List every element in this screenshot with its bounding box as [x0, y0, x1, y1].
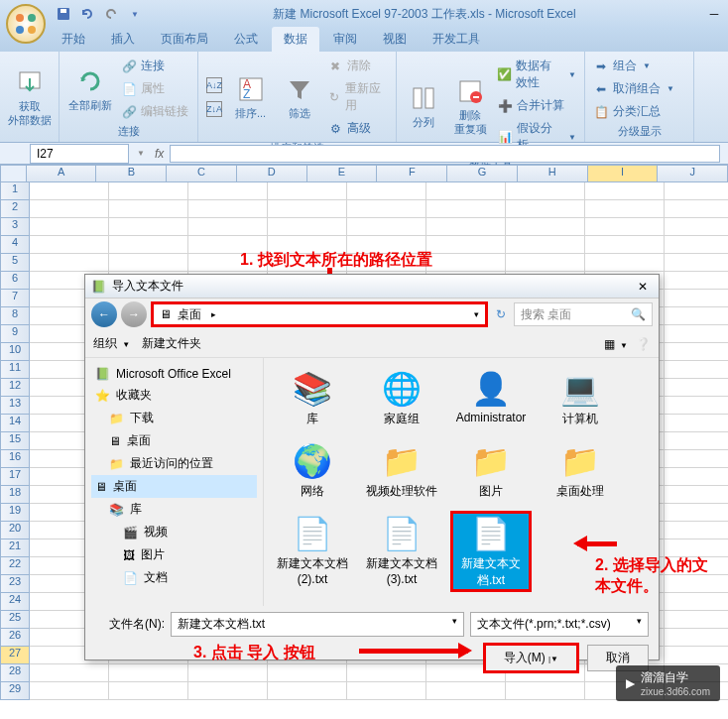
row-header-3[interactable]: 3: [0, 218, 30, 236]
text-to-columns-button[interactable]: 分列: [403, 82, 445, 129]
row-header-24[interactable]: 24: [0, 593, 30, 611]
row-header-5[interactable]: 5: [0, 254, 30, 272]
cell-I7[interactable]: [665, 290, 728, 307]
col-header-B[interactable]: B: [96, 165, 167, 182]
refresh-all-button[interactable]: 全部刷新: [65, 65, 115, 112]
cell-E29[interactable]: [347, 682, 426, 700]
cell-H1[interactable]: [585, 182, 665, 200]
row-header-2[interactable]: 2: [0, 200, 30, 218]
row-header-26[interactable]: 26: [0, 629, 30, 647]
cell-G5[interactable]: [506, 254, 585, 272]
cell-I26[interactable]: [665, 629, 728, 647]
fx-icon[interactable]: fx: [149, 147, 170, 161]
cell-D1[interactable]: [268, 182, 347, 200]
view-options-button[interactable]: ▦ ▼: [604, 337, 628, 351]
undo-icon[interactable]: [77, 4, 97, 24]
file-item-2[interactable]: 👤Administrator: [450, 366, 532, 430]
cell-E5[interactable]: [347, 254, 426, 272]
ribbon-tab-1[interactable]: 插入: [99, 27, 147, 52]
cell-I21[interactable]: [665, 539, 728, 557]
cell-I22[interactable]: [665, 557, 728, 575]
col-header-C[interactable]: C: [167, 165, 237, 182]
row-header-29[interactable]: 29: [0, 682, 30, 700]
ungroup-button[interactable]: ⬅取消组合▼: [591, 78, 676, 99]
sidebar-item-0[interactable]: 📗Microsoft Office Excel: [91, 364, 257, 384]
cell-A5[interactable]: [30, 254, 109, 272]
ribbon-tab-4[interactable]: 数据: [272, 27, 319, 52]
remove-duplicates-button[interactable]: 删除 重复项: [449, 75, 492, 135]
cell-F1[interactable]: [426, 182, 506, 200]
row-header-8[interactable]: 8: [0, 307, 30, 325]
row-header-28[interactable]: 28: [0, 664, 30, 682]
sidebar-item-2[interactable]: 📁下载: [91, 407, 257, 429]
file-item-8[interactable]: 📄新建文本文档 (2).txt: [272, 511, 353, 592]
ribbon-tab-5[interactable]: 审阅: [321, 27, 369, 52]
cell-F2[interactable]: [426, 200, 506, 218]
office-button[interactable]: [6, 4, 46, 44]
row-header-15[interactable]: 15: [0, 432, 30, 450]
row-header-12[interactable]: 12: [0, 379, 30, 397]
edit-links-button[interactable]: 🔗编辑链接: [119, 101, 190, 122]
cell-G4[interactable]: [506, 236, 585, 254]
cell-D3[interactable]: [268, 218, 347, 236]
filename-input[interactable]: 新建文本文档.txt▾: [171, 612, 464, 637]
cell-C3[interactable]: [188, 218, 268, 236]
dialog-close-button[interactable]: ✕: [633, 280, 653, 294]
file-item-3[interactable]: 💻计算机: [540, 366, 621, 430]
col-header-H[interactable]: H: [518, 165, 588, 182]
cell-D2[interactable]: [268, 200, 347, 218]
select-all-corner[interactable]: [0, 165, 27, 182]
sidebar-item-4[interactable]: 📁最近访问的位置: [91, 452, 257, 475]
sidebar-item-5[interactable]: 🖥桌面: [91, 475, 257, 498]
cell-E1[interactable]: [347, 182, 426, 200]
col-header-J[interactable]: J: [658, 165, 728, 182]
cell-B2[interactable]: [109, 200, 188, 218]
cell-D29[interactable]: [268, 682, 347, 700]
col-header-F[interactable]: F: [377, 165, 447, 182]
namebox-dropdown[interactable]: ▼: [133, 149, 149, 158]
cell-H2[interactable]: [585, 200, 665, 218]
name-box[interactable]: I27: [30, 144, 129, 164]
clear-button[interactable]: ✖清除: [325, 56, 390, 76]
cell-I23[interactable]: [665, 575, 728, 593]
row-header-13[interactable]: 13: [0, 397, 30, 415]
connections-button[interactable]: 🔗连接: [119, 56, 190, 76]
save-icon[interactable]: [54, 4, 73, 24]
file-item-9[interactable]: 📄新建文本文档 (3).txt: [361, 511, 442, 592]
cell-I25[interactable]: [665, 611, 728, 629]
nav-forward-button[interactable]: →: [121, 301, 147, 327]
row-header-17[interactable]: 17: [0, 468, 30, 486]
cell-B1[interactable]: [109, 182, 188, 200]
row-header-27[interactable]: 27: [0, 647, 30, 664]
cell-A29[interactable]: [30, 682, 109, 700]
file-item-4[interactable]: 🌍网络: [272, 438, 353, 503]
row-header-21[interactable]: 21: [0, 539, 30, 557]
file-item-1[interactable]: 🌐家庭组: [361, 366, 442, 430]
cell-H5[interactable]: [585, 254, 665, 272]
cell-D4[interactable]: [268, 236, 347, 254]
row-header-16[interactable]: 16: [0, 450, 30, 468]
row-header-9[interactable]: 9: [0, 325, 30, 343]
cell-I1[interactable]: [665, 182, 728, 200]
file-item-5[interactable]: 📁视频处理软件: [361, 438, 442, 503]
cell-I5[interactable]: [665, 254, 728, 272]
cell-I4[interactable]: [665, 236, 728, 254]
sidebar-item-6[interactable]: 📚库: [91, 498, 257, 521]
cell-F5[interactable]: [426, 254, 506, 272]
cell-G3[interactable]: [506, 218, 585, 236]
qat-dropdown[interactable]: ▼: [125, 4, 145, 24]
cell-H4[interactable]: [585, 236, 665, 254]
file-item-7[interactable]: 📁桌面处理: [540, 438, 621, 503]
sort-asc-button[interactable]: A↓Z: [204, 75, 224, 95]
cell-I14[interactable]: [665, 415, 728, 432]
cell-I27[interactable]: [665, 647, 728, 664]
file-item-0[interactable]: 📚库: [272, 366, 353, 430]
advanced-button[interactable]: ⚙高级: [325, 118, 390, 139]
cell-C5[interactable]: [188, 254, 268, 272]
cell-F29[interactable]: [426, 682, 506, 700]
row-header-14[interactable]: 14: [0, 415, 30, 432]
nav-back-button[interactable]: ←: [91, 301, 117, 327]
subtotal-button[interactable]: 📋分类汇总: [591, 101, 676, 122]
cell-B29[interactable]: [109, 682, 188, 700]
cell-A4[interactable]: [30, 236, 109, 254]
